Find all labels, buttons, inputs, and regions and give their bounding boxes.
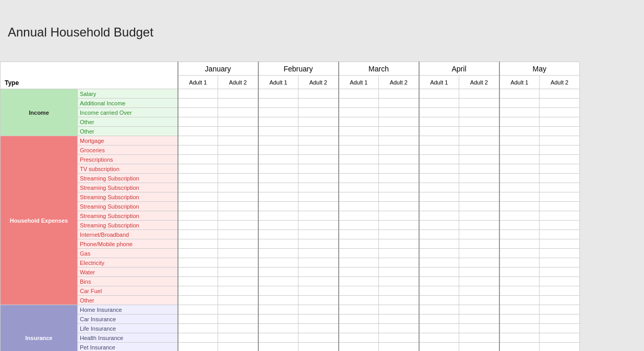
data-cell[interactable] — [459, 202, 499, 211]
data-cell[interactable] — [299, 268, 339, 277]
data-cell[interactable] — [339, 239, 379, 249]
data-cell[interactable] — [299, 192, 339, 202]
data-cell[interactable] — [258, 174, 299, 183]
data-cell[interactable] — [419, 99, 459, 108]
data-cell[interactable] — [540, 343, 580, 352]
data-cell[interactable] — [339, 249, 379, 258]
data-cell[interactable] — [339, 117, 379, 127]
data-cell[interactable] — [499, 333, 540, 343]
data-cell[interactable] — [299, 99, 339, 108]
data-cell[interactable] — [299, 164, 339, 174]
data-cell[interactable] — [379, 230, 419, 239]
data-cell[interactable] — [258, 268, 299, 277]
data-cell[interactable] — [419, 314, 459, 324]
data-cell[interactable] — [459, 183, 499, 192]
data-cell[interactable] — [258, 258, 299, 268]
data-cell[interactable] — [299, 221, 339, 230]
data-cell[interactable] — [218, 277, 258, 286]
data-cell[interactable] — [339, 258, 379, 268]
data-cell[interactable] — [459, 136, 499, 146]
data-cell[interactable] — [540, 221, 580, 230]
data-cell[interactable] — [339, 221, 379, 230]
data-cell[interactable] — [379, 258, 419, 268]
data-cell[interactable] — [218, 286, 258, 296]
data-cell[interactable] — [178, 127, 218, 136]
data-cell[interactable] — [218, 183, 258, 192]
data-cell[interactable] — [258, 183, 299, 192]
data-cell[interactable] — [459, 343, 499, 352]
data-cell[interactable] — [178, 268, 218, 277]
data-cell[interactable] — [178, 89, 218, 99]
data-cell[interactable] — [499, 268, 540, 277]
data-cell[interactable] — [540, 305, 580, 314]
data-cell[interactable] — [258, 117, 299, 127]
data-cell[interactable] — [419, 164, 459, 174]
data-cell[interactable] — [379, 286, 419, 296]
data-cell[interactable] — [218, 324, 258, 333]
data-cell[interactable] — [178, 314, 218, 324]
data-cell[interactable] — [419, 221, 459, 230]
data-cell[interactable] — [299, 343, 339, 352]
data-cell[interactable] — [459, 174, 499, 183]
data-cell[interactable] — [419, 117, 459, 127]
data-cell[interactable] — [299, 146, 339, 155]
data-cell[interactable] — [258, 230, 299, 239]
data-cell[interactable] — [299, 117, 339, 127]
data-cell[interactable] — [339, 136, 379, 146]
data-cell[interactable] — [178, 305, 218, 314]
data-cell[interactable] — [540, 155, 580, 164]
data-cell[interactable] — [540, 89, 580, 99]
data-cell[interactable] — [299, 249, 339, 258]
data-cell[interactable] — [258, 155, 299, 164]
data-cell[interactable] — [178, 324, 218, 333]
data-cell[interactable] — [379, 221, 419, 230]
data-cell[interactable] — [379, 324, 419, 333]
data-cell[interactable] — [459, 268, 499, 277]
data-cell[interactable] — [379, 277, 419, 286]
data-cell[interactable] — [459, 277, 499, 286]
data-cell[interactable] — [419, 89, 459, 99]
data-cell[interactable] — [379, 249, 419, 258]
data-cell[interactable] — [459, 296, 499, 305]
data-cell[interactable] — [459, 305, 499, 314]
data-cell[interactable] — [499, 202, 540, 211]
data-cell[interactable] — [339, 108, 379, 117]
data-cell[interactable] — [258, 277, 299, 286]
data-cell[interactable] — [178, 221, 218, 230]
data-cell[interactable] — [299, 314, 339, 324]
data-cell[interactable] — [218, 343, 258, 352]
data-cell[interactable] — [218, 333, 258, 343]
data-cell[interactable] — [540, 277, 580, 286]
data-cell[interactable] — [540, 333, 580, 343]
data-cell[interactable] — [499, 230, 540, 239]
data-cell[interactable] — [258, 202, 299, 211]
data-cell[interactable] — [218, 127, 258, 136]
data-cell[interactable] — [258, 164, 299, 174]
data-cell[interactable] — [459, 249, 499, 258]
data-cell[interactable] — [419, 268, 459, 277]
data-cell[interactable] — [499, 127, 540, 136]
data-cell[interactable] — [540, 268, 580, 277]
data-cell[interactable] — [419, 305, 459, 314]
data-cell[interactable] — [419, 183, 459, 192]
data-cell[interactable] — [258, 343, 299, 352]
data-cell[interactable] — [178, 258, 218, 268]
data-cell[interactable] — [459, 192, 499, 202]
data-cell[interactable] — [178, 202, 218, 211]
data-cell[interactable] — [299, 333, 339, 343]
data-cell[interactable] — [339, 211, 379, 221]
data-cell[interactable] — [258, 192, 299, 202]
data-cell[interactable] — [258, 296, 299, 305]
data-cell[interactable] — [178, 343, 218, 352]
data-cell[interactable] — [419, 174, 459, 183]
data-cell[interactable] — [379, 127, 419, 136]
data-cell[interactable] — [339, 202, 379, 211]
data-cell[interactable] — [218, 174, 258, 183]
data-cell[interactable] — [540, 314, 580, 324]
data-cell[interactable] — [218, 230, 258, 239]
data-cell[interactable] — [218, 192, 258, 202]
data-cell[interactable] — [178, 174, 218, 183]
data-cell[interactable] — [499, 136, 540, 146]
data-cell[interactable] — [540, 146, 580, 155]
data-cell[interactable] — [258, 305, 299, 314]
